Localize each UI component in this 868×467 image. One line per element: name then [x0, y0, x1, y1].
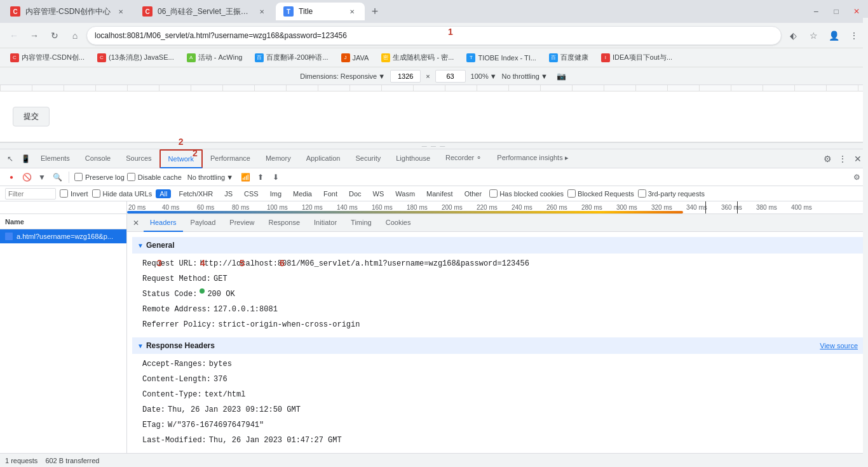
bookmark-csdn[interactable]: C 内容管理-CSDN创... [5, 51, 90, 64]
bookmark-baidu-health[interactable]: 百 百度健康 [544, 51, 593, 64]
menu-button[interactable]: ⋮ [845, 27, 863, 44]
filter-ws-button[interactable]: WS [369, 189, 388, 198]
filter-media-button[interactable]: Media [289, 189, 316, 198]
preserve-log-checkbox[interactable]: Preserve log [74, 173, 125, 181]
filter-js-button[interactable]: JS [220, 189, 236, 198]
search-icon[interactable]: 🔍 [51, 171, 64, 184]
general-section-title[interactable]: ▼ General [132, 237, 863, 254]
submit-button[interactable]: 提交 [13, 107, 50, 126]
forward-button[interactable]: → [25, 27, 43, 44]
screenshot-icon[interactable]: 📷 [555, 70, 568, 83]
detail-tab-initiator[interactable]: Initiator [308, 214, 343, 232]
disable-cache-checkbox[interactable]: Disable cache [127, 173, 182, 181]
hide-data-urls-checkbox[interactable]: Hide data URLs [92, 189, 153, 198]
third-party-checkbox[interactable]: 3rd-party requests [638, 189, 705, 198]
wifi-icon[interactable]: 📶 [239, 171, 252, 184]
clear-button[interactable]: 🚫 [20, 171, 33, 184]
responsive-selector[interactable]: Dimensions: Responsive ▼ [300, 72, 385, 80]
has-blocked-cookies-check[interactable] [489, 189, 498, 198]
new-tab-button[interactable]: + [366, 3, 384, 20]
tab-servlet[interactable]: C 06_尚硅谷_Servlet_王振国 - 课... ✕ [135, 3, 275, 20]
tab-security[interactable]: Security [348, 149, 388, 168]
tab-sources[interactable]: Sources [118, 149, 159, 168]
detail-tab-headers[interactable]: Headers 3 [144, 214, 183, 232]
filter-wasm-button[interactable]: Wasm [391, 189, 419, 198]
devtools-settings-icon[interactable]: ⚙ [820, 151, 835, 166]
bookmark-javase[interactable]: C (13条消息) JavaSE... [92, 51, 179, 64]
url-input[interactable] [95, 31, 773, 40]
filter-doc-button[interactable]: Doc [345, 189, 365, 198]
import-icon[interactable]: ⬆ [254, 171, 267, 184]
detail-tab-payload[interactable]: Payload 4 [184, 214, 222, 232]
detail-close-button[interactable]: ✕ [130, 217, 142, 229]
blocked-requests-checkbox[interactable]: Blocked Requests [567, 189, 634, 198]
tab-close-servlet[interactable]: ✕ [257, 6, 267, 17]
cast-button[interactable]: ⬖ [784, 27, 802, 44]
bookmark-button[interactable]: ☆ [804, 27, 822, 44]
third-party-check[interactable] [638, 189, 646, 198]
invert-checkbox[interactable]: Invert [60, 189, 88, 198]
tab-memory[interactable]: Memory [258, 149, 299, 168]
filter-other-button[interactable]: Other [461, 189, 486, 198]
bookmark-idea[interactable]: I IDEA项目下out与... [596, 51, 677, 64]
tab-network[interactable]: Network 2 [159, 149, 203, 168]
detail-tab-response[interactable]: Response 6 [262, 214, 306, 232]
filter-manifest-button[interactable]: Manifest [423, 189, 457, 198]
invert-check[interactable] [60, 189, 68, 198]
zoom-selector[interactable]: 100% ▼ [471, 72, 497, 80]
home-button[interactable]: ⌂ [66, 27, 84, 44]
device-toolbar-button[interactable]: 📱 [18, 151, 33, 166]
back-button[interactable]: ← [5, 27, 23, 44]
tab-elements[interactable]: Elements [33, 149, 78, 168]
detail-tab-timing[interactable]: Timing [344, 214, 378, 232]
detail-tab-preview[interactable]: Preview 5 [223, 214, 261, 232]
hide-data-urls-check[interactable] [92, 189, 100, 198]
tab-application[interactable]: Application [299, 149, 348, 168]
bookmark-acwing[interactable]: A 活动 - AcWing [182, 51, 248, 64]
has-blocked-cookies-checkbox[interactable]: Has blocked cookies [489, 189, 564, 198]
bookmark-random-pwd[interactable]: 密 生成随机密码 - 密... [376, 51, 459, 64]
tab-close-title[interactable]: ✕ [347, 6, 357, 17]
throttle-selector[interactable]: No throttling ▼ [502, 72, 548, 80]
minimize-button[interactable]: − [807, 3, 825, 20]
filter-icon[interactable]: ▼ [36, 171, 48, 184]
preserve-log-check[interactable] [74, 173, 83, 181]
blocked-requests-check[interactable] [567, 189, 576, 198]
record-button[interactable]: ● [5, 171, 18, 184]
filter-all-button[interactable]: All [156, 189, 171, 198]
tab-recorder[interactable]: Recorder ⚬ [438, 149, 489, 168]
height-input[interactable] [435, 70, 466, 83]
disable-cache-check[interactable] [127, 173, 135, 181]
export-icon[interactable]: ⬇ [269, 171, 282, 184]
bookmark-java[interactable]: J JAVA [336, 52, 374, 64]
devtools-more-icon[interactable]: ⋮ [835, 151, 850, 166]
tab-console[interactable]: Console [78, 149, 118, 168]
tab-csdn[interactable]: C 内容管理-CSDN创作中心 ✕ [3, 3, 133, 20]
maximize-button[interactable]: □ [827, 3, 845, 20]
filter-fetchxhr-button[interactable]: Fetch/XHR [175, 189, 217, 198]
tab-lighthouse[interactable]: Lighthouse [388, 149, 438, 168]
bookmark-baidu-translate[interactable]: 百 百度翻译-200种语... [250, 51, 333, 64]
width-input[interactable] [390, 70, 421, 83]
response-section-title[interactable]: ▼ Response Headers [137, 341, 215, 350]
tab-close-csdn[interactable]: ✕ [116, 6, 126, 17]
filter-css-button[interactable]: CSS [240, 189, 262, 198]
settings-gear-icon[interactable]: ⚙ [850, 171, 863, 184]
tab-performance-insights[interactable]: Performance insights ▸ [489, 149, 576, 168]
bookmark-tiobe[interactable]: T TIOBE Index - TI... [461, 52, 541, 64]
profile-button[interactable]: 👤 [825, 27, 843, 44]
devtools-resize-handle[interactable]: — — — [0, 142, 868, 149]
view-source-link[interactable]: View source [820, 342, 858, 349]
inspect-element-button[interactable]: ↖ [3, 151, 18, 166]
detail-tab-cookies[interactable]: Cookies [379, 214, 417, 232]
refresh-button[interactable]: ↻ [46, 27, 64, 44]
filter-img-button[interactable]: Img [266, 189, 285, 198]
filter-input[interactable] [5, 188, 56, 200]
detail-scrollbar[interactable] [863, 214, 868, 453]
request-item-1[interactable]: a.html?username=wzg168&p... [0, 229, 126, 243]
filter-font-button[interactable]: Font [320, 189, 341, 198]
tab-title-active[interactable]: T Title ✕ [276, 3, 365, 20]
throttling-selector[interactable]: No throttling ▼ [184, 173, 236, 182]
tab-performance[interactable]: Performance [203, 149, 258, 168]
url-bar[interactable] [86, 26, 782, 45]
